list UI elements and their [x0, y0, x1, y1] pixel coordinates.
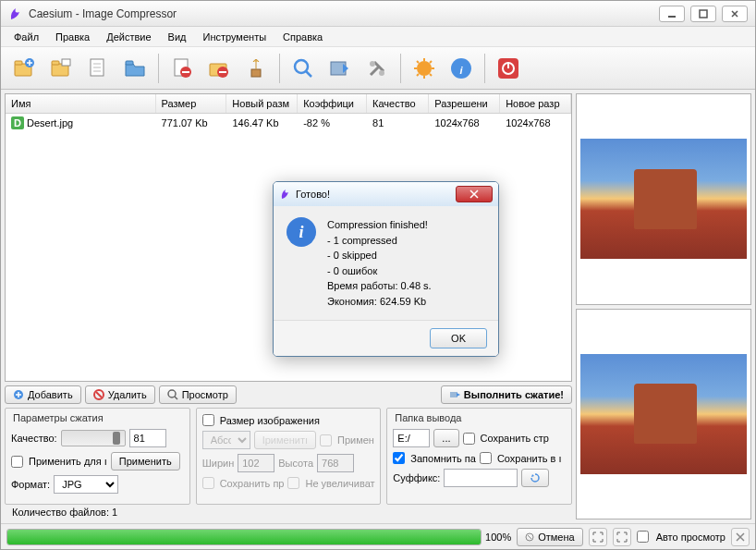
preview-compressed: [576, 309, 751, 520]
col-newsize[interactable]: Новый разм: [226, 94, 298, 113]
resize-mode-select: Абсолı: [202, 431, 250, 449]
dialog-app-icon: [279, 188, 292, 201]
remove-button[interactable]: Удалить: [85, 385, 155, 404]
menubar: Файл Правка Действие Вид Инструменты Спр…: [1, 27, 755, 47]
finished-dialog: Готово! i Compression finished! - 1 comp…: [273, 181, 499, 357]
add-folder-icon[interactable]: [45, 53, 77, 84]
table-row[interactable]: DDesert.jpg 771.07 Kb 146.47 Kb -82 % 81…: [6, 114, 571, 132]
add-file-icon[interactable]: [8, 53, 40, 84]
open-folder-icon[interactable]: [119, 53, 151, 84]
browse-button[interactable]: ...: [433, 429, 458, 447]
col-size[interactable]: Размер: [156, 94, 227, 113]
menu-file[interactable]: Файл: [6, 30, 46, 44]
apply-for-checkbox[interactable]: [11, 456, 23, 468]
menu-help[interactable]: Справка: [275, 30, 330, 44]
svg-rect-15: [219, 71, 226, 73]
output-panel: Папка вывода ... Сохранить стр Запомнить…: [386, 408, 572, 505]
clear-icon[interactable]: [240, 53, 272, 84]
toolbar: i: [1, 47, 755, 90]
info-icon[interactable]: i: [445, 53, 477, 84]
close-button[interactable]: [722, 6, 748, 22]
svg-rect-16: [251, 69, 261, 77]
add-button[interactable]: Добавить: [5, 385, 81, 404]
menu-view[interactable]: Вид: [161, 30, 194, 44]
suffix-input[interactable]: [444, 469, 518, 487]
no-enlarge-checkbox: [287, 477, 299, 489]
resize-checkbox[interactable]: [202, 414, 214, 426]
statusbar: 100% Отмена Авто просмотр: [1, 523, 755, 549]
dialog-ok-button[interactable]: OK: [430, 328, 487, 348]
svg-rect-0: [668, 16, 676, 18]
svg-point-20: [379, 70, 384, 76]
quality-input[interactable]: [129, 429, 166, 447]
format-select[interactable]: JPG: [54, 475, 118, 494]
col-res[interactable]: Разрешени: [429, 94, 500, 113]
dialog-close-button[interactable]: [456, 186, 493, 202]
menu-action[interactable]: Действие: [99, 30, 158, 44]
width-input: [238, 454, 274, 472]
resize-panel: Размер изображения Абсолı Iрименитı Прим…: [196, 408, 382, 505]
svg-rect-6: [52, 61, 59, 65]
col-newres[interactable]: Новое разр: [500, 94, 571, 113]
open-file-icon[interactable]: [82, 53, 114, 84]
search-icon[interactable]: [287, 53, 319, 84]
svg-rect-3: [15, 61, 22, 65]
clear-preview-icon[interactable]: [731, 528, 750, 546]
zoom-fit-icon[interactable]: [589, 528, 607, 546]
col-name[interactable]: Имя: [6, 94, 156, 113]
svg-rect-12: [182, 71, 189, 73]
compress-panel: Параметры сжатия Качество: Применить для…: [5, 408, 190, 505]
quality-slider[interactable]: [61, 430, 126, 446]
col-ratio[interactable]: Коэффици: [298, 94, 367, 113]
progress-bar: [6, 529, 482, 545]
svg-rect-7: [62, 59, 70, 66]
file-icon: D: [11, 116, 24, 129]
files-count: Количество файлов: 1: [5, 505, 572, 519]
window-title: Caesium - Image Compressor: [29, 7, 659, 20]
svg-point-19: [370, 61, 375, 67]
svg-rect-31: [450, 392, 457, 397]
maximize-button[interactable]: [690, 6, 716, 22]
menu-edit[interactable]: Правка: [48, 30, 97, 44]
output-path-input[interactable]: [393, 429, 430, 447]
power-icon[interactable]: [493, 53, 524, 84]
cancel-button[interactable]: Отмена: [517, 528, 582, 546]
apply-button[interactable]: Применить: [111, 452, 180, 471]
compress-button[interactable]: Выполнить сжатие!: [441, 385, 572, 404]
suffix-reset-button[interactable]: [521, 469, 549, 487]
preview-button[interactable]: Просмотр: [159, 385, 237, 404]
menu-tools[interactable]: Инструменты: [195, 30, 274, 44]
zoom-actual-icon[interactable]: [613, 528, 631, 546]
settings-icon[interactable]: [408, 53, 440, 84]
svg-text:D: D: [14, 117, 21, 128]
tools-icon[interactable]: [361, 53, 393, 84]
svg-point-21: [417, 61, 432, 76]
titlebar: Caesium - Image Compressor: [1, 1, 755, 27]
progress-pct: 100%: [485, 532, 511, 543]
keep-in-checkbox[interactable]: [480, 452, 492, 464]
keep-struct-checkbox[interactable]: [463, 433, 475, 445]
remove-folder-icon[interactable]: [203, 53, 235, 84]
svg-rect-1: [700, 10, 707, 18]
autopreview-checkbox[interactable]: [637, 531, 649, 543]
remember-checkbox[interactable]: [393, 452, 405, 464]
minimize-button[interactable]: [659, 6, 685, 22]
preview-original: [576, 93, 751, 305]
keep-ratio-checkbox: [202, 477, 214, 489]
svg-rect-9: [126, 61, 133, 65]
dialog-title: Готово!: [296, 189, 456, 200]
app-icon: [8, 6, 23, 21]
height-input: [317, 454, 354, 472]
svg-point-30: [168, 390, 176, 397]
svg-point-17: [295, 60, 308, 73]
info-icon: i: [287, 217, 316, 247]
resize-apply-button: Iрименитı: [254, 431, 316, 449]
remove-file-icon[interactable]: [166, 53, 198, 84]
col-quality[interactable]: Качество: [367, 94, 429, 113]
compress-icon[interactable]: [324, 53, 356, 84]
resize-apply-checkbox: [320, 434, 332, 446]
dialog-message: Compression finished! - 1 compressed - 0…: [327, 217, 432, 309]
